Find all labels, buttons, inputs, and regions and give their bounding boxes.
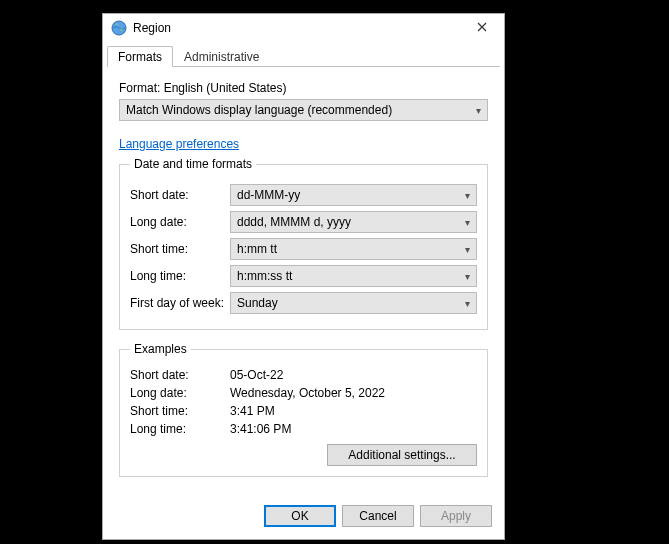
example-long-time-value: 3:41:06 PM [230,422,477,436]
example-long-time-label: Long time: [130,422,230,436]
long-date-value: dddd, MMMM d, yyyy [237,215,351,229]
short-time-value: h:mm tt [237,242,277,256]
examples-legend: Examples [130,342,191,356]
tab-administrative[interactable]: Administrative [173,46,270,67]
example-long-date-label: Long date: [130,386,230,400]
chevron-down-icon: ▾ [465,244,470,255]
examples-group: Examples Short date: 05-Oct-22 Long date… [119,342,488,477]
first-day-combo[interactable]: Sunday ▾ [230,292,477,314]
apply-button[interactable]: Apply [420,505,492,527]
tab-formats[interactable]: Formats [107,46,173,67]
close-button[interactable] [462,16,502,40]
first-day-label: First day of week: [130,296,230,310]
long-time-combo[interactable]: h:mm:ss tt ▾ [230,265,477,287]
short-time-combo[interactable]: h:mm tt ▾ [230,238,477,260]
chevron-down-icon: ▾ [465,217,470,228]
long-date-combo[interactable]: dddd, MMMM d, yyyy ▾ [230,211,477,233]
chevron-down-icon: ▾ [465,298,470,309]
long-date-label: Long date: [130,215,230,229]
example-short-time-label: Short time: [130,404,230,418]
short-date-combo[interactable]: dd-MMM-yy ▾ [230,184,477,206]
region-dialog: Region Formats Administrative Format: En… [102,13,505,540]
short-time-label: Short time: [130,242,230,256]
datetime-formats-legend: Date and time formats [130,157,256,171]
cancel-button[interactable]: Cancel [342,505,414,527]
example-short-date-label: Short date: [130,368,230,382]
dialog-footer: OK Cancel Apply [103,497,504,539]
chevron-down-icon: ▾ [465,271,470,282]
format-label: Format: English (United States) [119,81,488,95]
short-date-value: dd-MMM-yy [237,188,300,202]
short-date-label: Short date: [130,188,230,202]
language-preferences-link[interactable]: Language preferences [119,137,488,151]
long-time-value: h:mm:ss tt [237,269,292,283]
chevron-down-icon: ▾ [465,190,470,201]
example-short-time-value: 3:41 PM [230,404,477,418]
long-time-label: Long time: [130,269,230,283]
tabstrip: Formats Administrative [107,42,500,67]
titlebar: Region [103,14,504,42]
format-combo[interactable]: Match Windows display language (recommen… [119,99,488,121]
additional-settings-button[interactable]: Additional settings... [327,444,477,466]
globe-icon [111,20,127,36]
first-day-value: Sunday [237,296,278,310]
window-title: Region [133,21,462,35]
ok-button[interactable]: OK [264,505,336,527]
tab-content: Format: English (United States) Match Wi… [103,67,504,497]
chevron-down-icon: ▾ [476,105,481,116]
example-short-date-value: 05-Oct-22 [230,368,477,382]
format-combo-value: Match Windows display language (recommen… [126,103,392,117]
example-long-date-value: Wednesday, October 5, 2022 [230,386,477,400]
datetime-formats-group: Date and time formats Short date: dd-MMM… [119,157,488,330]
